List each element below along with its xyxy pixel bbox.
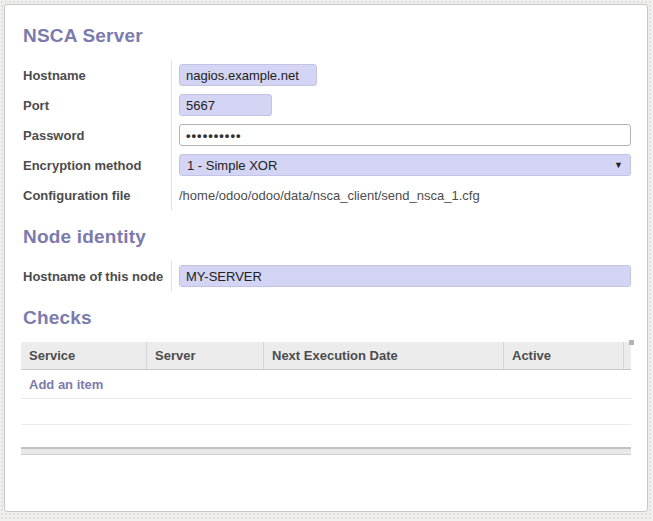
section-title-node-identity: Node identity — [23, 226, 631, 248]
encryption-method-selected-value: 1 - Simple XOR — [187, 158, 277, 173]
encryption-method-label: Encryption method — [23, 158, 171, 173]
section-title-checks: Checks — [23, 307, 631, 329]
chevron-down-icon: ▼ — [614, 160, 623, 170]
column-header-service[interactable]: Service — [21, 342, 146, 369]
hostname-label: Hostname — [23, 68, 171, 83]
node-hostname-row: Hostname of this node — [23, 261, 631, 291]
empty-table-row — [21, 399, 631, 425]
add-an-item-link[interactable]: Add an item — [29, 377, 103, 392]
add-item-row: Add an item — [21, 370, 631, 399]
port-label: Port — [23, 98, 171, 113]
column-header-spacer — [623, 342, 631, 369]
node-hostname-label: Hostname of this node — [23, 269, 171, 284]
node-identity-fields: Hostname of this node — [23, 261, 631, 291]
column-header-server[interactable]: Server — [146, 342, 263, 369]
configuration-file-label: Configuration file — [23, 188, 171, 203]
column-header-next-execution-date[interactable]: Next Execution Date — [263, 342, 503, 369]
column-header-active[interactable]: Active — [503, 342, 623, 369]
port-row: Port — [23, 90, 631, 120]
hostname-input[interactable] — [179, 64, 317, 86]
form-sheet: NSCA Server Hostname Port Password — [4, 4, 648, 512]
configuration-file-value: /home/odoo/odoo/data/nsca_client/send_ns… — [179, 188, 480, 203]
password-row: Password — [23, 120, 631, 150]
encryption-method-select[interactable]: 1 - Simple XOR ▼ — [179, 154, 631, 176]
table-corner-handle — [629, 340, 634, 345]
password-input[interactable] — [179, 124, 631, 146]
node-hostname-input[interactable] — [179, 265, 631, 287]
configuration-file-row: Configuration file /home/odoo/odoo/data/… — [23, 180, 631, 210]
port-input[interactable] — [179, 94, 272, 116]
checks-table-header: Service Server Next Execution Date Activ… — [21, 342, 631, 370]
horizontal-scrollbar[interactable] — [21, 447, 631, 455]
screen: NSCA Server Hostname Port Password — [0, 0, 653, 521]
nsca-server-fields: Hostname Port Password Encryption method — [23, 60, 631, 210]
encryption-method-row: Encryption method 1 - Simple XOR ▼ — [23, 150, 631, 180]
checks-table: Service Server Next Execution Date Activ… — [21, 342, 631, 455]
password-label: Password — [23, 128, 171, 143]
hostname-row: Hostname — [23, 60, 631, 90]
section-title-nsca-server: NSCA Server — [23, 25, 631, 47]
empty-table-row — [21, 425, 631, 447]
